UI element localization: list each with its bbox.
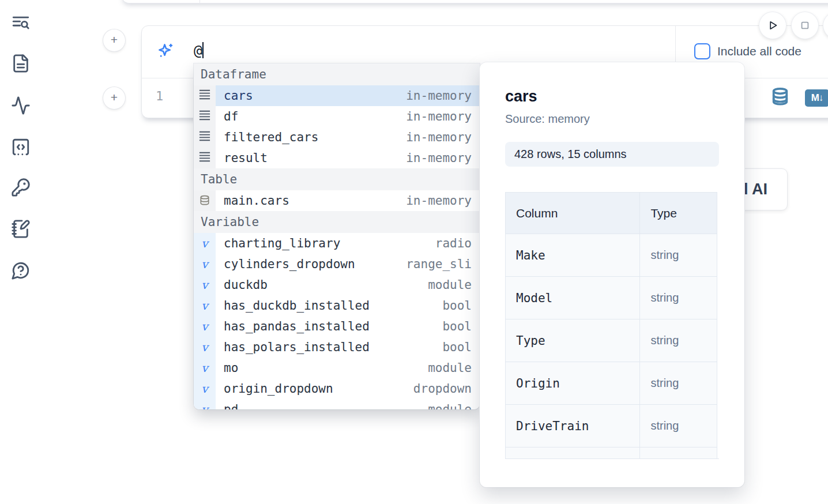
completion-name: main.cars <box>224 194 289 208</box>
activity-icon[interactable] <box>11 96 31 115</box>
completion-name: cylinders_dropdown <box>224 257 355 271</box>
ai-sparkle-icon <box>156 41 175 61</box>
database-icon[interactable] <box>770 85 790 111</box>
completion-item-mo[interactable]: v momodule <box>194 358 480 378</box>
shape-badge: 428 rows, 15 columns <box>505 142 719 167</box>
variable-icon: v <box>194 254 216 274</box>
completion-item-has-polars-installed[interactable]: v has_polars_installedbool <box>194 337 480 358</box>
file-text-icon[interactable] <box>11 54 31 73</box>
left-sidebar <box>0 0 42 504</box>
add-cell-below-button[interactable]: + <box>103 87 125 109</box>
completion-detail: in-memory <box>406 110 472 123</box>
text-search-icon[interactable] <box>11 13 31 33</box>
completion-detail: bool <box>442 299 472 313</box>
key-icon[interactable] <box>11 178 31 197</box>
completion-detail: module <box>428 278 472 292</box>
schema-column-name: DriveTrain <box>506 405 640 447</box>
completion-detail: dropdown <box>413 382 472 396</box>
include-all-code-checkbox[interactable] <box>694 43 710 59</box>
completion-detail: module <box>428 403 472 409</box>
completion-detail: in-memory <box>406 130 472 144</box>
completion-item-df[interactable]: dfin-memory <box>194 106 480 127</box>
completion-name: pd <box>224 403 238 409</box>
include-all-code-label: Include all code <box>717 44 801 58</box>
table-row: Type string <box>506 319 717 362</box>
table-row: Make string <box>506 234 717 277</box>
completion-name: charting_library <box>224 236 340 250</box>
ai-prompt-value: @ <box>194 42 202 59</box>
completion-name: has_pandas_installed <box>224 319 370 333</box>
preview-title: cars <box>505 88 719 106</box>
schema-column-name: Origin <box>506 362 640 405</box>
schema-column-name: Type <box>506 319 640 362</box>
table-row-partial <box>506 447 717 460</box>
dataframe-icon <box>194 148 216 168</box>
section-header-table: Table <box>194 168 480 190</box>
completion-detail: module <box>428 361 472 375</box>
completion-name: has_duckdb_installed <box>224 299 370 313</box>
autocomplete-dropdown: Dataframe carsin-memory dfin-memory filt… <box>194 63 480 409</box>
completion-name: has_polars_installed <box>224 340 370 354</box>
text-cursor <box>202 42 204 58</box>
variable-icon: v <box>194 399 216 409</box>
completion-item-cylinders-dropdown[interactable]: v cylinders_dropdownrange_sli <box>194 254 480 274</box>
include-all-code-control[interactable]: Include all code <box>694 43 801 59</box>
variable-icon: v <box>194 316 216 337</box>
completion-item-origin-dropdown[interactable]: v origin_dropdowndropdown <box>194 378 480 399</box>
table-row: Model string <box>506 277 717 319</box>
preview-source: Source: memory <box>505 112 719 126</box>
run-cell-button[interactable] <box>759 12 786 39</box>
completion-item-charting-library[interactable]: v charting_libraryradio <box>194 233 480 254</box>
line-number: 1 <box>156 89 163 103</box>
table-icon <box>194 190 216 211</box>
completion-item-filtered-cars[interactable]: filtered_carsin-memory <box>194 127 480 148</box>
schema-header-type: Type <box>640 193 717 234</box>
completion-item-result[interactable]: resultin-memory <box>194 148 480 168</box>
completion-name: filtered_cars <box>224 130 318 144</box>
completion-detail: radio <box>435 236 472 250</box>
schema-column-name: Model <box>506 277 640 319</box>
completion-name: result <box>224 151 268 165</box>
variable-icon: v <box>194 274 216 295</box>
completion-item-has-duckdb-installed[interactable]: v has_duckdb_installedbool <box>194 295 480 316</box>
notebook-pen-icon[interactable] <box>11 219 31 239</box>
markdown-convert-icon[interactable]: M↓ <box>805 89 828 107</box>
dataframe-icon <box>194 85 216 106</box>
help-chat-icon[interactable] <box>11 261 31 280</box>
variable-icon: v <box>194 358 216 378</box>
completion-info-panel: cars Source: memory 428 rows, 15 columns… <box>480 62 744 487</box>
section-header-dataframe: Dataframe <box>194 63 480 85</box>
code-snippet-icon[interactable] <box>11 137 31 157</box>
completion-item-has-pandas-installed[interactable]: v has_pandas_installedbool <box>194 316 480 337</box>
schema-table-wrap: Column Type Make string Model string Typ… <box>505 192 719 459</box>
completion-name: df <box>224 110 238 123</box>
ai-row-divider <box>675 26 676 63</box>
schema-column-type: string <box>640 234 717 277</box>
previous-cell-edge <box>121 0 828 3</box>
variable-icon: v <box>194 233 216 254</box>
schema-header-column: Column <box>506 193 640 234</box>
completion-name: origin_dropdown <box>224 382 333 396</box>
schema-column-name: Make <box>506 234 640 277</box>
completion-item-main-cars[interactable]: main.carsin-memory <box>194 190 480 211</box>
dataframe-icon <box>194 106 216 127</box>
add-cell-above-button[interactable]: + <box>103 29 125 51</box>
completion-detail: in-memory <box>406 151 472 165</box>
stop-cell-button[interactable] <box>792 12 818 39</box>
completion-detail: bool <box>442 340 472 354</box>
variable-icon: v <box>194 337 216 358</box>
completion-item-pd[interactable]: v pdmodule <box>194 399 480 409</box>
schema-column-type: string <box>640 319 717 362</box>
completion-name: cars <box>224 89 253 103</box>
completion-item-duckdb[interactable]: v duckdbmodule <box>194 274 480 295</box>
schema-column-type: string <box>640 362 717 405</box>
completion-detail: in-memory <box>406 89 472 103</box>
table-row: DriveTrain string <box>506 405 717 447</box>
schema-table: Column Type Make string Model string Typ… <box>505 192 717 459</box>
ai-prompt-input[interactable]: @ <box>194 42 204 59</box>
completion-detail: range_sli <box>406 257 472 271</box>
section-header-variable: Variable <box>194 211 480 233</box>
previous-cell-divider <box>200 0 200 3</box>
completion-detail: bool <box>442 319 472 333</box>
completion-item-cars[interactable]: carsin-memory <box>194 85 480 106</box>
